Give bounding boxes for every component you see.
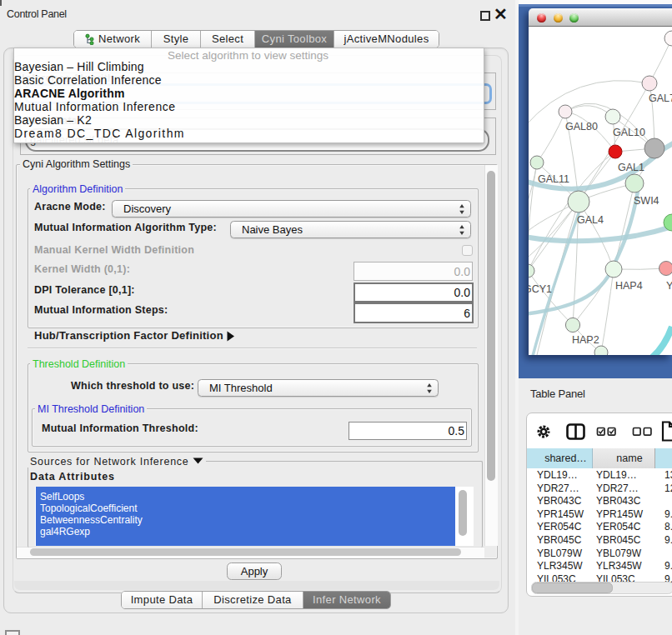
- svg-text:HAP4: HAP4: [615, 280, 643, 292]
- svg-text:SWI4: SWI4: [634, 195, 659, 207]
- svg-text:HAP2: HAP2: [572, 334, 599, 346]
- svg-text:GCY1: GCY1: [529, 283, 552, 295]
- svg-text:GAL7: GAL7: [649, 92, 672, 104]
- svg-text:GAL11: GAL11: [538, 173, 569, 185]
- svg-text:GAL4: GAL4: [577, 214, 604, 226]
- svg-text:GAL80: GAL80: [565, 121, 598, 132]
- svg-text:GAL10: GAL10: [613, 127, 645, 138]
- svg-text:GAL1: GAL1: [618, 162, 644, 173]
- svg-text:Y: Y: [666, 280, 672, 292]
